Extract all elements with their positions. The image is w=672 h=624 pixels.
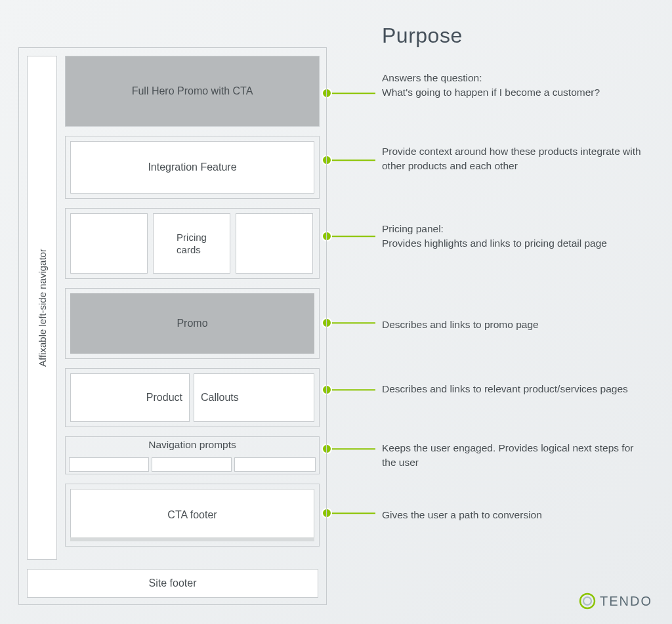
- brand-logo: TENDO: [579, 593, 652, 610]
- wireframe-frame: Affixable left-side navigator Full Hero …: [18, 47, 327, 605]
- desc-hero: Answers the question:What's going to hap…: [382, 71, 644, 100]
- block-hero: Full Hero Promo with CTA: [65, 56, 320, 127]
- cta-label: CTA footer: [167, 509, 217, 521]
- product-right-label: Callouts: [201, 392, 239, 404]
- connector-line: [332, 389, 375, 390]
- connector-line: [332, 322, 375, 323]
- pricing-card-label: Pricingcards: [177, 231, 207, 257]
- desc-cta: Gives the user a path to conversion: [382, 508, 644, 522]
- block-nav-prompts: Navigation prompts: [65, 436, 320, 474]
- left-rail: Affixable left-side navigator: [27, 56, 57, 560]
- pricing-card: Pricingcards: [153, 213, 230, 274]
- block-product-callouts: Product Callouts: [65, 368, 320, 427]
- desc-promo: Describes and links to promo page: [382, 318, 644, 332]
- svg-point-1: [583, 597, 591, 605]
- block-promo-inner: Promo: [70, 293, 314, 354]
- block-integration-inner: Integration Feature: [70, 141, 314, 194]
- logo-icon: [579, 593, 596, 610]
- site-footer-label: Site footer: [149, 577, 197, 589]
- block-integration: Integration Feature: [65, 136, 320, 199]
- pricing-card: [70, 213, 148, 274]
- connector-line: [332, 93, 375, 94]
- block-cta-footer: CTA footer: [65, 484, 320, 547]
- nav-segment: [234, 457, 316, 472]
- connector-line: [332, 448, 375, 449]
- block-promo: Promo: [65, 288, 320, 359]
- diagram-canvas: Purpose Answers the question:What's goin…: [0, 0, 672, 624]
- cta-strip: [70, 537, 314, 541]
- pricing-card: [236, 213, 313, 274]
- product-left-label: Product: [146, 392, 182, 404]
- cta-inner: CTA footer: [70, 489, 314, 541]
- block-pricing: Pricingcards: [65, 208, 320, 279]
- desc-nav: Keeps the user engaged. Provides logical…: [382, 441, 644, 470]
- nav-segment: [69, 457, 149, 472]
- block-hero-label: Full Hero Promo with CTA: [132, 85, 253, 97]
- block-integration-label: Integration Feature: [148, 161, 236, 173]
- product-half-right: Callouts: [194, 373, 314, 422]
- block-site-footer: Site footer: [27, 569, 318, 598]
- svg-point-0: [580, 594, 595, 608]
- desc-pricing: Pricing panel:Provides highlights and li…: [382, 222, 644, 251]
- desc-integration: Provide context around how these product…: [382, 144, 644, 174]
- brand-name: TENDO: [600, 594, 652, 609]
- connector-line: [332, 236, 375, 237]
- product-half-left: Product: [70, 373, 190, 422]
- purpose-heading: Purpose: [382, 24, 463, 48]
- nav-segment: [152, 457, 232, 472]
- connector-line: [332, 512, 375, 514]
- nav-prompts-label: Navigation prompts: [65, 439, 320, 451]
- block-promo-label: Promo: [177, 318, 207, 329]
- connector-line: [332, 159, 375, 161]
- left-rail-label: Affixable left-side navigator: [37, 249, 48, 367]
- desc-product: Describes and links to relevant product/…: [382, 382, 644, 396]
